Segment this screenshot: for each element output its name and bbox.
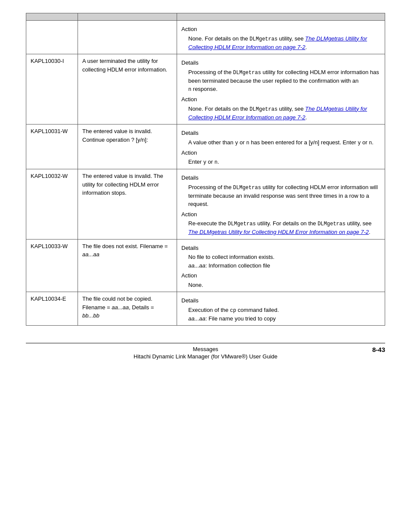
mono-text: n — [188, 87, 191, 93]
page-wrapper: ActionNone. For details on the DLMgetras… — [0, 0, 411, 386]
table-row: KAPL10031-WThe entered value is invalid.… — [26, 124, 385, 169]
table-row: KAPL10030-IA user terminated the utility… — [26, 54, 385, 124]
section-label: Details — [181, 129, 380, 137]
indent-paragraph: aa...aa: Information collection file — [188, 261, 380, 270]
table-row: KAPL10033-WThe file does not exist. File… — [26, 239, 385, 292]
italic-text: bb...bb — [82, 312, 100, 319]
col-header-message-id — [26, 13, 78, 21]
col-header-explanation — [177, 13, 385, 21]
section-label: Details — [181, 296, 380, 305]
explanation-cell: DetailsProcessing of the DLMgetras utili… — [177, 54, 385, 124]
mono-text: y — [358, 140, 361, 146]
message-text-cell: The entered value is invalid. Continue o… — [78, 124, 177, 169]
section-label: Action — [181, 25, 380, 34]
col-header-message-text — [78, 13, 177, 21]
doc-link[interactable]: The DLMgetras Utility for Collecting HDL… — [188, 35, 367, 50]
message-text-cell: The file does not exist. Filename = aa..… — [78, 239, 177, 292]
indent-paragraph: None. — [188, 281, 380, 289]
mono-text: DLMgetras — [233, 70, 261, 76]
table-row: KAPL10032-WThe entered value is invalid.… — [26, 169, 385, 240]
doc-link[interactable]: The DLMgetras Utility for Collecting HDL… — [188, 229, 369, 235]
explanation-cell: DetailsExecution of the cp command faile… — [177, 292, 385, 326]
indent-paragraph: Execution of the cp command failed. — [188, 306, 380, 314]
explanation-cell: DetailsA value other than y or n has bee… — [177, 124, 385, 169]
indent-paragraph: A value other than y or n has been enter… — [188, 138, 380, 147]
doc-link[interactable]: The DLMgetras Utility for Collecting HDL… — [188, 106, 367, 121]
messages-table: ActionNone. For details on the DLMgetras… — [26, 13, 385, 326]
indent-paragraph: n response. — [188, 85, 380, 93]
mono-text: DLMgetras — [228, 221, 256, 227]
indent-paragraph: aa...aa: File name you tried to copy — [188, 314, 380, 323]
message-id-cell — [26, 21, 78, 54]
explanation-cell: DetailsProcessing of the DLMgetras utili… — [177, 169, 385, 240]
italic-text: aa...aa — [82, 251, 100, 258]
mono-text: n — [369, 140, 372, 146]
section-label: Details — [181, 244, 380, 252]
message-id-cell: KAPL10034-E — [26, 292, 78, 326]
table-row: ActionNone. For details on the DLMgetras… — [26, 21, 385, 54]
section-label: Details — [181, 59, 380, 67]
italic-text: aa...aa — [188, 262, 206, 269]
explanation-cell: ActionNone. For details on the DLMgetras… — [177, 21, 385, 54]
section-label: Action — [181, 271, 380, 280]
mono-text: n — [246, 140, 249, 146]
mono-text: n — [215, 159, 218, 165]
explanation-cell: DetailsNo file to collect information ex… — [177, 239, 385, 292]
italic-text: aa...aa — [188, 315, 206, 322]
message-id-cell: KAPL10033-W — [26, 239, 78, 292]
footer-subtitle: Hitachi Dynamic Link Manager (for VMware… — [26, 353, 385, 360]
footer-section-label: Messages — [193, 346, 218, 352]
mono-text: y — [203, 159, 206, 165]
table-row: KAPL10034-EThe file could not be copied.… — [26, 292, 385, 326]
mono-text: DLMgetras — [233, 185, 261, 191]
message-text-cell: A user terminated the utility for collec… — [78, 54, 177, 124]
section-label: Details — [181, 174, 380, 182]
italic-text: aa...aa — [112, 304, 129, 311]
indent-paragraph: Re-execute the DLMgetras utility. For de… — [188, 219, 380, 236]
indent-paragraph: Processing of the DLMgetras utility for … — [188, 183, 380, 208]
message-text-cell — [78, 21, 177, 54]
mono-text: y — [235, 140, 238, 146]
message-text-cell: The entered value is invalid. The utilit… — [78, 169, 177, 240]
page-footer: Messages 8-43 — [26, 343, 385, 352]
message-id-cell: KAPL10032-W — [26, 169, 78, 240]
section-label: Action — [181, 95, 380, 104]
indent-paragraph: Enter y or n. — [188, 158, 380, 166]
section-label: Action — [181, 210, 380, 219]
indent-paragraph: None. For details on the DLMgetras utili… — [188, 34, 380, 52]
indent-paragraph: None. For details on the DLMgetras utili… — [188, 105, 380, 122]
mono-text: DLMgetras — [318, 221, 346, 227]
section-label: Action — [181, 149, 380, 157]
message-id-cell: KAPL10030-I — [26, 54, 78, 124]
indent-paragraph: No file to collect information exists. — [188, 253, 380, 261]
indent-paragraph: Processing of the DLMgetras utility for … — [188, 68, 380, 85]
message-text-cell: The file could not be copied. Filename =… — [78, 292, 177, 326]
mono-text: DLMgetras — [249, 36, 277, 42]
mono-text: cp — [230, 308, 236, 314]
mono-text: DLMgetras — [249, 106, 277, 112]
message-id-cell: KAPL10031-W — [26, 124, 78, 169]
page-number: 8-43 — [372, 346, 385, 353]
